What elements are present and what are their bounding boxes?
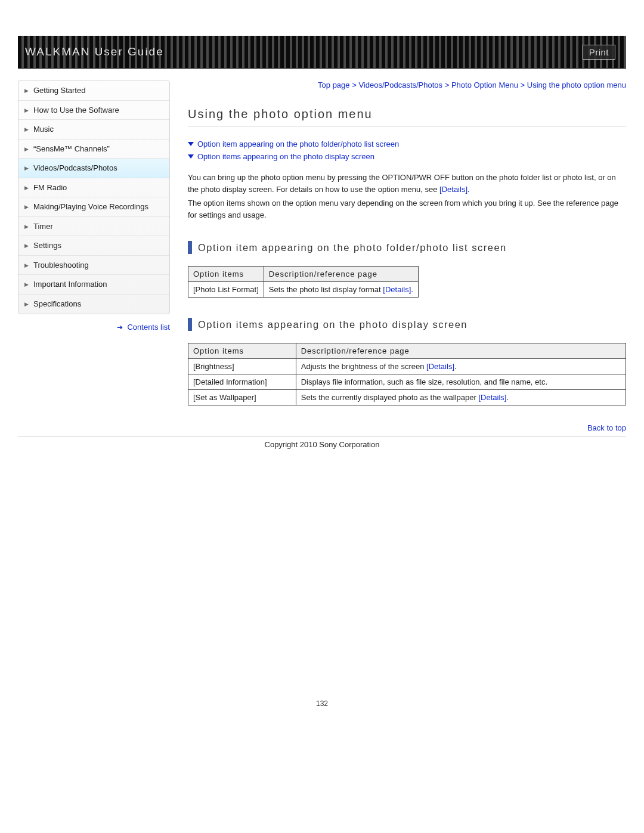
breadcrumb-item[interactable]: Photo Option Menu — [451, 80, 518, 89]
sidebar-item-label: Getting Started — [33, 85, 85, 96]
sidebar-item-label: Timer — [33, 221, 53, 232]
chevron-right-icon: ▶ — [24, 107, 29, 114]
app-title: WALKMAN User Guide — [25, 45, 164, 58]
sidebar-item-label: “SensMe™ Channels” — [33, 144, 110, 154]
header-bar: WALKMAN User Guide Print — [18, 36, 626, 69]
desc-text: Sets the photo list display format — [269, 285, 383, 294]
section-bar-icon — [188, 318, 192, 331]
table-row: [Photo List Format]Sets the photo list d… — [188, 282, 419, 298]
sidebar-item-label: Specifications — [33, 299, 81, 309]
sidebar-item-5[interactable]: ▶FM Radio — [18, 178, 169, 198]
details-link[interactable]: [Details] — [478, 393, 506, 402]
sidebar-item-0[interactable]: ▶Getting Started — [18, 81, 169, 101]
chevron-right-icon: ▶ — [24, 203, 29, 210]
section-heading-2: Option items appearing on the photo disp… — [188, 318, 626, 331]
option-item-cell: [Brightness] — [188, 359, 296, 374]
desc-text: . — [506, 393, 509, 402]
table-row: [Set as Wallpaper]Sets the currently dis… — [188, 390, 626, 405]
section-bar-icon — [188, 241, 192, 254]
anchor-link[interactable]: Option items appearing on the photo disp… — [197, 152, 374, 161]
option-item-cell: [Set as Wallpaper] — [188, 390, 296, 405]
copyright: Copyright 2010 Sony Corporation — [18, 440, 626, 449]
sidebar-item-8[interactable]: ▶Settings — [18, 236, 169, 256]
sidebar-item-3[interactable]: ▶“SensMe™ Channels” — [18, 140, 169, 159]
page-title: Using the photo option menu — [188, 107, 626, 126]
breadcrumb-separator: > — [518, 80, 527, 89]
breadcrumb-item[interactable]: Using the photo option menu — [527, 80, 626, 89]
chevron-right-icon: ▶ — [24, 223, 29, 230]
table-row: [Detailed Information]Displays file info… — [188, 374, 626, 390]
main-content: Top page > Videos/Podcasts/Photos > Phot… — [188, 80, 626, 432]
desc-text: Sets the currently displayed photo as th… — [301, 393, 479, 402]
sidebar-item-1[interactable]: ▶How to Use the Software — [18, 101, 169, 120]
breadcrumb: Top page > Videos/Podcasts/Photos > Phot… — [188, 80, 626, 89]
intro-text-1b: . — [467, 185, 470, 194]
sidebar-item-11[interactable]: ▶Specifications — [18, 295, 169, 314]
option-desc-cell: Displays file information, such as file … — [296, 374, 626, 390]
table-row: [Brightness]Adjusts the brightness of th… — [188, 359, 626, 374]
intro-text-1a: You can bring up the photo option menu b… — [188, 173, 616, 194]
section-heading-1: Option item appearing on the photo folde… — [188, 241, 626, 254]
chevron-right-icon: ▶ — [24, 184, 29, 191]
sidebar: ▶Getting Started▶How to Use the Software… — [18, 80, 170, 332]
option-desc-cell: Sets the photo list display format [Deta… — [264, 282, 418, 298]
sidebar-item-4[interactable]: ▶Videos/Podcasts/Photos — [18, 159, 169, 178]
anchor-link-row: Option items appearing on the photo disp… — [188, 152, 626, 161]
section-title-2: Option items appearing on the photo disp… — [198, 319, 467, 330]
sidebar-item-label: Settings — [33, 240, 61, 251]
desc-text: . — [411, 285, 413, 294]
option-item-cell: [Photo List Format] — [188, 282, 264, 298]
anchor-link[interactable]: Option item appearing on the photo folde… — [197, 140, 399, 148]
chevron-right-icon: ▶ — [24, 145, 29, 153]
anchor-link-row: Option item appearing on the photo folde… — [188, 140, 626, 148]
option-table-2: Option itemsDescription/reference page[B… — [188, 343, 626, 405]
triangle-down-icon — [188, 142, 194, 146]
details-link[interactable]: [Details] — [426, 362, 454, 371]
table-header-cell: Option items — [188, 267, 264, 282]
footer-divider — [18, 436, 626, 436]
option-table-1: Option itemsDescription/reference page[P… — [188, 266, 419, 298]
intro-details-link[interactable]: [Details] — [439, 185, 467, 194]
option-desc-cell: Adjusts the brightness of the screen [De… — [296, 359, 626, 374]
sidebar-item-7[interactable]: ▶Timer — [18, 217, 169, 237]
breadcrumb-separator: > — [442, 80, 451, 89]
sidebar-item-label: Videos/Podcasts/Photos — [33, 163, 117, 174]
sidebar-item-9[interactable]: ▶Troubleshooting — [18, 256, 169, 275]
desc-text: Adjusts the brightness of the screen — [301, 362, 426, 371]
arrow-right-icon: ➔ — [117, 323, 123, 332]
table-header-cell: Option items — [188, 343, 296, 359]
sidebar-item-label: How to Use the Software — [33, 105, 119, 116]
sidebar-item-label: FM Radio — [33, 182, 67, 193]
details-link[interactable]: [Details] — [383, 285, 411, 294]
table-header-cell: Description/reference page — [264, 267, 418, 282]
contents-list-row: ➔ Contents list — [18, 323, 170, 332]
chevron-right-icon: ▶ — [24, 242, 29, 249]
contents-list-link[interactable]: Contents list — [127, 323, 170, 332]
table-header-cell: Description/reference page — [296, 343, 626, 359]
sidebar-item-label: Music — [33, 124, 54, 135]
breadcrumb-item[interactable]: Videos/Podcasts/Photos — [358, 80, 442, 89]
desc-text: . — [454, 362, 457, 371]
chevron-right-icon: ▶ — [24, 87, 29, 94]
page-number: 132 — [18, 699, 626, 708]
chevron-right-icon: ▶ — [24, 126, 29, 133]
back-to-top-link[interactable]: Back to top — [587, 423, 626, 432]
triangle-down-icon — [188, 154, 194, 159]
nav-menu: ▶Getting Started▶How to Use the Software… — [18, 80, 170, 314]
chevron-right-icon: ▶ — [24, 165, 29, 172]
breadcrumb-separator: > — [350, 80, 359, 89]
sidebar-item-10[interactable]: ▶Important Information — [18, 275, 169, 295]
sidebar-item-2[interactable]: ▶Music — [18, 120, 169, 140]
sidebar-item-label: Troubleshooting — [33, 260, 89, 271]
section-title-1: Option item appearing on the photo folde… — [198, 242, 507, 253]
back-to-top-row: Back to top — [188, 423, 626, 432]
sidebar-item-6[interactable]: ▶Making/Playing Voice Recordings — [18, 197, 169, 217]
sidebar-item-label: Important Information — [33, 279, 107, 290]
breadcrumb-item[interactable]: Top page — [318, 80, 350, 89]
option-item-cell: [Detailed Information] — [188, 374, 296, 390]
chevron-right-icon: ▶ — [24, 262, 29, 269]
chevron-right-icon: ▶ — [24, 301, 29, 308]
sidebar-item-label: Making/Playing Voice Recordings — [33, 202, 148, 212]
print-button[interactable]: Print — [583, 45, 615, 60]
option-desc-cell: Sets the currently displayed photo as th… — [296, 390, 626, 405]
